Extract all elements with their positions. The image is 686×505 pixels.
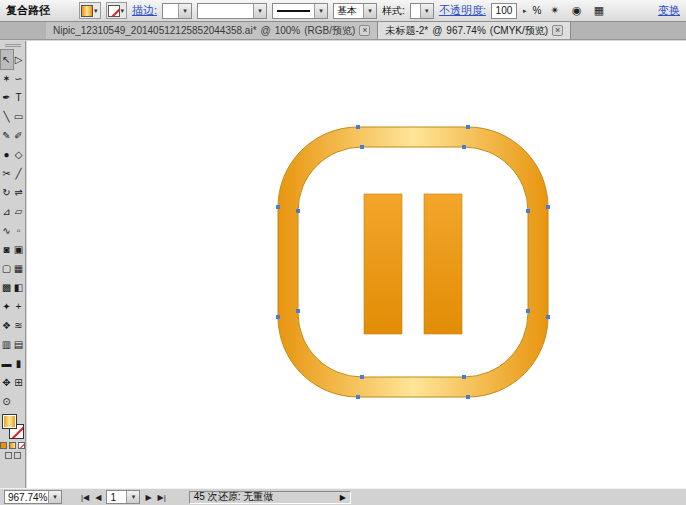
selection-tool[interactable]: ↖ — [1, 50, 13, 69]
fill-color-picker[interactable]: ▾ — [79, 2, 101, 19]
gradient-tool[interactable]: ◧ — [13, 278, 25, 297]
reflect-tool[interactable]: ⇌ — [13, 183, 25, 202]
gradient-button[interactable] — [9, 442, 16, 449]
opacity-value-field[interactable]: 100 — [491, 3, 517, 19]
status-display: 45 次还原: 无重做 ▶ — [189, 491, 351, 504]
rectangle-tool[interactable]: ▭ — [13, 107, 25, 126]
scissors-tool[interactable]: ✂ — [1, 164, 13, 183]
selection-type-label: 复合路径 — [6, 3, 50, 18]
brush-definition-combo[interactable]: ▾ — [197, 3, 267, 19]
anchor-point[interactable] — [276, 315, 280, 319]
print-tiling-tool[interactable]: ⊞ — [13, 373, 25, 392]
stroke-color-picker[interactable]: ▾ — [106, 2, 128, 19]
anchor-point[interactable] — [546, 205, 550, 209]
column-graph-tool[interactable]: ▥ — [1, 335, 13, 354]
direct-selection-tool[interactable]: ▷ — [13, 50, 25, 69]
magic-wand-tool[interactable]: ✶ — [1, 69, 13, 88]
anchor-point[interactable] — [526, 209, 530, 213]
anchor-point[interactable] — [526, 309, 530, 313]
width-profile-combo[interactable]: ▾ — [272, 3, 328, 19]
blob-brush-tool[interactable]: ● — [1, 145, 13, 164]
stroke-link[interactable]: 描边: — [132, 3, 157, 18]
previous-artboard-button[interactable]: ◀ — [94, 493, 102, 502]
shape-builder-tool[interactable]: ◙ — [1, 240, 13, 259]
anchor-point[interactable] — [356, 395, 360, 399]
hand-tool[interactable]: ✥ — [1, 373, 13, 392]
mesh-tool[interactable]: ▩ — [1, 278, 13, 297]
panel-grip-icon[interactable] — [5, 44, 21, 48]
none-button[interactable] — [18, 442, 25, 449]
rounded-ring-path[interactable] — [278, 127, 548, 397]
appearance-combo[interactable]: 基本 ▾ — [333, 3, 377, 19]
tab-title: Nipic_12310549_20140512125852044358.ai* — [53, 25, 257, 36]
opacity-spinner-icon[interactable]: ▸ — [522, 7, 528, 15]
anchor-point[interactable] — [356, 125, 360, 129]
eyedropper-tool[interactable]: ✦ — [1, 297, 13, 316]
zoom-tool[interactable]: ⊙ — [1, 392, 13, 411]
control-bar: 复合路径 ▾ ▾ 描边: ▾ ▾ ▾ 基本 ▾ 样式: ▾ — [0, 0, 686, 22]
bridge-icon[interactable]: ✴ — [546, 2, 563, 19]
anchor-point[interactable] — [466, 395, 470, 399]
color-button[interactable] — [0, 442, 7, 449]
artboard-canvas[interactable] — [27, 41, 686, 488]
chevron-down-icon: ▾ — [363, 4, 376, 18]
perspective-grid-tool[interactable]: ▦ — [13, 259, 25, 278]
close-icon[interactable]: × — [359, 25, 370, 36]
paintbrush-tool[interactable]: ✎ — [1, 126, 13, 145]
anchor-point[interactable] — [546, 315, 550, 319]
live-paint-selection-tool[interactable]: ▢ — [1, 259, 13, 278]
zoom-level-combo[interactable]: 967.74% ▾ — [4, 490, 62, 504]
pencil-tool[interactable]: ✐ — [13, 126, 25, 145]
free-transform-tool[interactable]: ▫ — [13, 221, 25, 240]
measure-tool[interactable]: + — [13, 297, 25, 316]
blend-tool[interactable]: ❖ — [1, 316, 13, 335]
scale-tool[interactable]: ⊿ — [1, 202, 13, 221]
draw-mode-buttons — [5, 452, 21, 459]
line-segment-tool[interactable]: ╲ — [1, 107, 13, 126]
anchor-point[interactable] — [360, 375, 364, 379]
first-artboard-button[interactable]: |◀ — [80, 493, 90, 502]
anchor-point[interactable] — [466, 125, 470, 129]
next-artboard-button[interactable]: ▶ — [144, 493, 152, 502]
eraser-tool[interactable]: ◇ — [13, 145, 25, 164]
tab-document-1[interactable]: Nipic_12310549_20140512125852044358.ai* … — [46, 22, 378, 39]
cs-live-icon[interactable]: ◉ — [568, 2, 585, 19]
rotate-tool[interactable]: ↻ — [1, 183, 13, 202]
chevron-down-icon: ▾ — [420, 4, 433, 18]
draw-behind-button[interactable] — [14, 452, 21, 459]
anchor-point[interactable] — [276, 205, 280, 209]
knife-tool[interactable]: ╱ — [13, 164, 25, 183]
width-tool[interactable]: ∿ — [1, 221, 13, 240]
last-artboard-button[interactable]: ▶| — [157, 493, 167, 502]
slice-tool[interactable]: ▬ — [1, 354, 13, 373]
pause-icon-artwork[interactable] — [27, 41, 686, 488]
zoom-level-value: 967.74% — [5, 492, 48, 503]
transform-link[interactable]: 变换 — [658, 3, 680, 18]
anchor-point[interactable] — [462, 145, 466, 149]
fill-color-swatch[interactable] — [2, 414, 17, 429]
tab-document-2[interactable]: 未标题-2* @ 967.74% (CMYK/预览) × — [378, 22, 571, 39]
tab-zoom: 967.74% — [446, 25, 485, 36]
shear-tool[interactable]: ▱ — [13, 202, 25, 221]
type-tool[interactable]: T — [13, 88, 25, 107]
anchor-point[interactable] — [296, 309, 300, 313]
chevron-down-icon: ▾ — [93, 7, 99, 15]
live-paint-bucket-tool[interactable]: ▣ — [13, 240, 25, 259]
artboard-number-combo[interactable]: 1 ▾ — [106, 490, 140, 504]
draw-normal-button[interactable] — [5, 452, 12, 459]
artboard-tool[interactable]: ▤ — [13, 335, 25, 354]
pen-tool[interactable]: ✒ — [1, 88, 13, 107]
lasso-tool[interactable]: ∽ — [13, 69, 25, 88]
close-icon[interactable]: × — [552, 25, 563, 36]
status-menu-icon[interactable]: ▶ — [340, 493, 346, 502]
slice-selection-tool[interactable]: ▮ — [13, 354, 25, 373]
symbol-sprayer-tool[interactable]: ≋ — [13, 316, 25, 335]
anchor-point[interactable] — [296, 209, 300, 213]
opacity-link[interactable]: 不透明度: — [439, 3, 486, 18]
anchor-point[interactable] — [360, 145, 364, 149]
stroke-profile-line-icon — [277, 10, 310, 12]
anchor-point[interactable] — [462, 375, 466, 379]
stroke-weight-combo[interactable]: ▾ — [162, 3, 192, 19]
style-combo[interactable]: ▾ — [410, 3, 434, 19]
arrange-documents-icon[interactable]: ▦ — [590, 2, 607, 19]
